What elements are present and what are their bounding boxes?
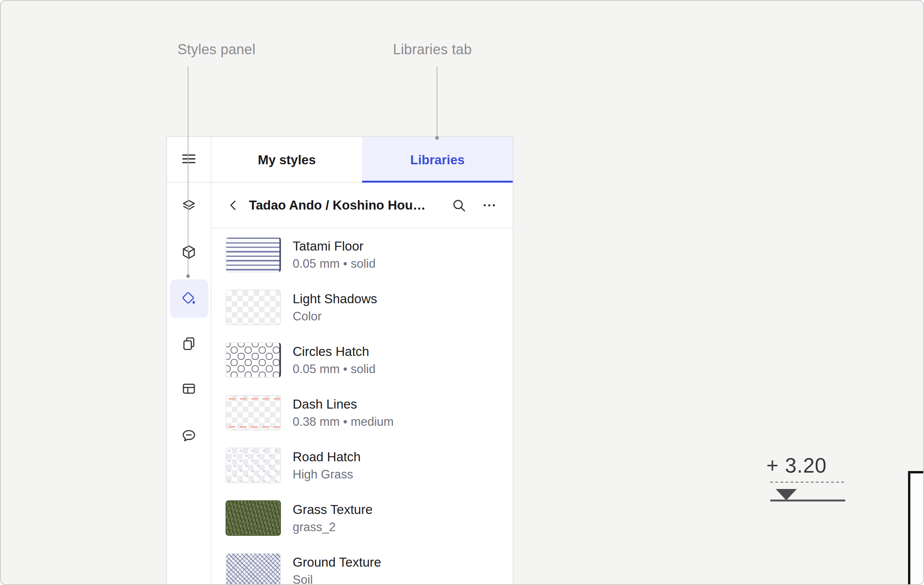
style-item[interactable]: Grass Texture grass_2 (211, 492, 513, 544)
menu-icon[interactable] (178, 148, 200, 170)
style-item-meta: 0.05 mm • solid (293, 361, 375, 377)
elevation-dashed-line[interactable] (770, 482, 844, 483)
comment-icon[interactable] (178, 425, 200, 447)
style-item[interactable]: Road Hatch High Grass (211, 439, 513, 492)
style-item-name: Dash Lines (293, 395, 394, 413)
library-header: Tadao Ando / Koshino Hou… (211, 183, 513, 228)
elevation-datum-line[interactable] (770, 500, 845, 501)
styles-panel-leader-line (188, 66, 188, 276)
cube-icon[interactable] (178, 241, 200, 263)
tab-libraries-label: Libraries (410, 153, 464, 167)
callout-libraries-tab: Libraries tab (393, 41, 472, 58)
style-item[interactable]: Tatami Floor 0.05 mm • solid (211, 228, 513, 281)
style-item-text: Ground Texture Soil (293, 553, 381, 585)
style-item[interactable]: Light Shadows Color (211, 281, 513, 334)
style-item-name: Tatami Floor (293, 237, 375, 255)
style-item-text: Circles Hatch 0.05 mm • solid (293, 343, 375, 377)
style-item-thumbnail (226, 290, 281, 325)
style-item[interactable]: Circles Hatch 0.05 mm • solid (211, 334, 513, 386)
style-item-text: Grass Texture grass_2 (293, 501, 373, 535)
style-item-text: Dash Lines 0.38 mm • medium (293, 395, 394, 430)
style-item-name: Grass Texture (293, 501, 373, 519)
style-list: Tatami Floor 0.05 mm • solid Light Shado… (211, 228, 513, 585)
style-item-text: Road Hatch High Grass (293, 448, 361, 482)
elevation-triangle-icon[interactable] (776, 489, 797, 500)
search-icon[interactable] (449, 195, 469, 215)
style-item-name: Circles Hatch (293, 343, 375, 361)
panel-tabbar: My styles Libraries (211, 137, 513, 183)
pages-icon[interactable] (178, 333, 200, 355)
back-button[interactable] (223, 195, 243, 215)
layers-icon[interactable] (178, 195, 200, 217)
style-item-meta: Color (293, 308, 377, 325)
style-item-meta: Soil (293, 572, 381, 585)
panel-sidebar (167, 137, 211, 585)
tab-libraries[interactable]: Libraries (362, 137, 513, 183)
app-screen: Styles panel Libraries tab (0, 0, 924, 585)
style-item-thumbnail (226, 500, 281, 536)
styles-panel: My styles Libraries Tadao Ando / Koshino… (166, 136, 514, 585)
tab-my-styles[interactable]: My styles (211, 137, 362, 183)
style-item-meta: 0.38 mm • medium (293, 414, 394, 430)
style-item[interactable]: Ground Texture Soil (211, 544, 513, 585)
style-item-thumbnail (226, 448, 281, 483)
leader-dot (187, 274, 190, 278)
library-title: Tadao Ando / Koshino Hou… (249, 198, 449, 213)
tab-my-styles-label: My styles (258, 153, 316, 167)
leader-dot (435, 136, 439, 140)
libraries-tab-leader-line (437, 66, 437, 137)
table-icon[interactable] (178, 378, 200, 400)
style-item-meta: grass_2 (293, 519, 373, 535)
more-options-icon[interactable] (479, 195, 499, 215)
paint-bucket-icon[interactable] (178, 288, 200, 309)
style-item-thumbnail (226, 395, 281, 430)
style-item-name: Road Hatch (293, 448, 361, 466)
elevation-value[interactable]: + 3.20 (766, 453, 827, 477)
drawing-frame-corner[interactable] (908, 471, 924, 585)
style-item-name: Ground Texture (293, 553, 381, 571)
style-item-meta: High Grass (293, 466, 361, 483)
style-item-thumbnail (226, 342, 281, 378)
style-item-meta: 0.05 mm • solid (293, 256, 375, 272)
style-item-text: Light Shadows Color (293, 290, 377, 324)
style-item-text: Tatami Floor 0.05 mm • solid (293, 237, 375, 272)
callout-styles-panel: Styles panel (178, 41, 256, 58)
style-item-thumbnail (226, 553, 281, 585)
style-item-name: Light Shadows (293, 290, 377, 308)
style-item-thumbnail (226, 237, 281, 272)
style-item[interactable]: Dash Lines 0.38 mm • medium (211, 386, 513, 439)
